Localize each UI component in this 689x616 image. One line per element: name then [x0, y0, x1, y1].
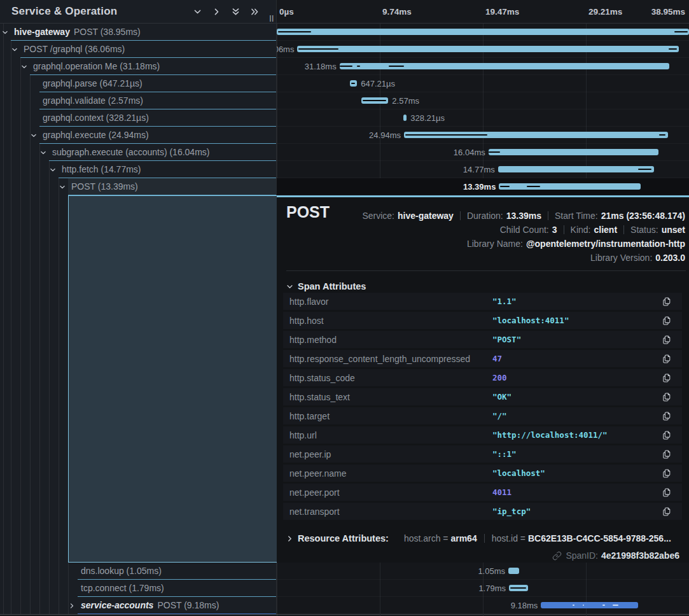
link-icon[interactable]	[552, 551, 562, 561]
span-bar[interactable]	[297, 46, 679, 52]
attribute-row: http.method"POST"	[283, 331, 682, 348]
span-bar[interactable]	[508, 568, 519, 574]
span-name-cell[interactable]: POST (13.39ms)	[0, 178, 277, 195]
span-bar[interactable]	[489, 149, 658, 155]
span-row[interactable]: graphql.parse (647.21µs)647.21µs	[0, 75, 689, 92]
span-timeline-cell[interactable]: 36.06ms	[277, 41, 689, 58]
span-name-cell[interactable]: graphql.validate (2.57ms)	[0, 92, 277, 109]
detail-field-value: 3	[552, 225, 557, 235]
collapse-one-icon[interactable]	[193, 8, 202, 16]
chevron-down-icon[interactable]	[11, 41, 18, 58]
span-timeline-cell[interactable]: 14.77ms	[277, 161, 689, 178]
span-timeline-cell[interactable]: 647.21µs	[277, 75, 689, 92]
resource-attribute-key: host.arch =	[404, 533, 451, 543]
span-attributes-section-header[interactable]: Span Attributes	[286, 279, 366, 293]
detail-field-value: @opentelemetry/instrumentation-http	[526, 239, 685, 249]
copy-icon[interactable]	[662, 335, 672, 345]
chevron-down-icon[interactable]	[30, 127, 38, 144]
span-row[interactable]: dns.lookup (1.05ms)1.05ms	[0, 563, 689, 580]
chevron-right-icon[interactable]	[68, 597, 76, 614]
span-row[interactable]: http.fetch (14.77ms)14.77ms	[0, 161, 689, 178]
span-bar[interactable]	[541, 602, 638, 608]
chevron-down-icon[interactable]	[49, 161, 57, 178]
child-marker-segment	[602, 605, 604, 606]
field-separator	[548, 211, 548, 220]
span-row[interactable]: graphql.context (328.21µs)328.21µs	[0, 109, 689, 127]
copy-icon[interactable]	[662, 430, 672, 440]
span-name-cell[interactable]: subgraph.execute (accounts) (16.04ms)	[0, 144, 277, 161]
expand-one-icon[interactable]	[212, 8, 221, 16]
span-timeline-cell[interactable]: 328.21µs	[277, 109, 689, 127]
copy-icon[interactable]	[662, 507, 672, 517]
indent-guide	[20, 109, 21, 127]
span-row[interactable]: graphql.validate (2.57ms)2.57ms	[0, 92, 689, 109]
copy-icon[interactable]	[662, 297, 672, 307]
attribute-value: 47	[492, 354, 502, 363]
chevron-down-icon[interactable]	[1, 24, 9, 41]
copy-icon[interactable]	[662, 392, 672, 402]
detail-field-label: Library Name:	[467, 239, 523, 249]
span-timeline-cell[interactable]: 38.95ms	[277, 24, 689, 41]
panel-resize-grip[interactable]: ||	[269, 15, 274, 22]
span-name-cell[interactable]: tcp.connect (1.79ms)	[0, 580, 277, 597]
copy-icon[interactable]	[662, 411, 672, 421]
attribute-value: "ip_tcp"	[492, 507, 531, 516]
indent-guide	[20, 144, 21, 161]
chevron-down-icon[interactable]	[59, 178, 66, 195]
span-bar[interactable]	[498, 166, 655, 172]
span-detail-row: POST Service:hive-gatewayDuration:13.39m…	[0, 195, 689, 563]
indent-guide	[11, 75, 11, 92]
copy-icon[interactable]	[662, 449, 672, 459]
copy-icon[interactable]	[662, 316, 672, 326]
span-name-cell[interactable]: hive-gatewayPOST (38.95ms)	[0, 24, 277, 41]
copy-icon[interactable]	[662, 354, 672, 364]
expand-all-icon[interactable]	[251, 8, 259, 16]
span-name-cell[interactable]: service-accountsPOST (9.18ms)	[0, 597, 277, 614]
span-row[interactable]: hive-gatewayPOST (38.95ms)38.95ms	[0, 24, 689, 41]
ruler-tick-label: 38.95ms	[651, 0, 685, 23]
span-timeline-cell[interactable]: 13.39ms	[277, 178, 689, 195]
span-timeline-cell[interactable]: 16.04ms	[277, 144, 689, 161]
resource-attribute-value: BC62E13B-C4CC-5854-9788-256...	[528, 533, 671, 543]
span-row[interactable]: POST /graphql (36.06ms)36.06ms	[0, 41, 689, 58]
collapse-all-icon[interactable]	[232, 8, 240, 16]
critical-path-segment	[351, 83, 354, 84]
critical-path-segment	[298, 48, 339, 50]
span-timeline-cell[interactable]: 9.18ms	[277, 597, 689, 614]
indent-guide	[39, 597, 40, 614]
span-name-cell[interactable]: graphql.context (328.21µs)	[0, 109, 277, 127]
span-row[interactable]: subgraph.execute (accounts) (16.04ms)16.…	[0, 144, 689, 161]
copy-icon[interactable]	[662, 468, 672, 479]
span-timeline-cell[interactable]: 2.57ms	[277, 92, 689, 109]
span-bar[interactable]	[277, 29, 689, 35]
span-row[interactable]: graphql.execute (24.94ms)24.94ms	[0, 127, 689, 144]
span-duration-label: 16.04ms	[454, 144, 485, 161]
span-name-cell[interactable]: POST /graphql (36.06ms)	[0, 41, 277, 58]
span-name-cell[interactable]: dns.lookup (1.05ms)	[0, 563, 277, 580]
span-row[interactable]: tcp.connect (1.79ms)1.79ms	[0, 580, 689, 597]
span-bar[interactable]	[403, 115, 407, 121]
span-duration-label: 328.21µs	[410, 109, 445, 127]
span-name-cell[interactable]: http.fetch (14.77ms)	[0, 161, 277, 178]
indent-guide	[39, 161, 40, 178]
indent-guide	[30, 597, 31, 614]
span-duration-label: 36.06ms	[277, 41, 294, 58]
span-bar[interactable]	[499, 183, 641, 190]
span-name-cell[interactable]: graphql.execute (24.94ms)	[0, 127, 277, 144]
span-row[interactable]: POST (13.39ms)13.39ms	[0, 178, 689, 195]
span-name-cell[interactable]: graphql.operation Me (31.18ms)	[0, 58, 277, 75]
span-timeline-cell[interactable]: 24.94ms	[277, 127, 689, 144]
indent-guide	[20, 92, 21, 109]
span-row[interactable]: service-accountsPOST (9.18ms)9.18ms	[0, 597, 689, 614]
span-name-cell[interactable]: graphql.parse (647.21µs)	[0, 75, 277, 92]
copy-icon[interactable]	[662, 487, 672, 498]
copy-icon[interactable]	[662, 373, 672, 383]
span-timeline-cell[interactable]: 31.18ms	[277, 58, 689, 75]
span-timeline-cell[interactable]: 1.79ms	[277, 580, 689, 597]
chevron-down-icon[interactable]	[39, 144, 47, 161]
span-row[interactable]: graphql.operation Me (31.18ms)31.18ms	[0, 58, 689, 75]
resource-attributes-row[interactable]: Resource Attributes: host.arch = arm64ho…	[286, 531, 685, 546]
attribute-value: "::1"	[492, 449, 517, 459]
span-timeline-cell[interactable]: 1.05ms	[277, 563, 689, 580]
chevron-down-icon[interactable]	[20, 58, 28, 75]
